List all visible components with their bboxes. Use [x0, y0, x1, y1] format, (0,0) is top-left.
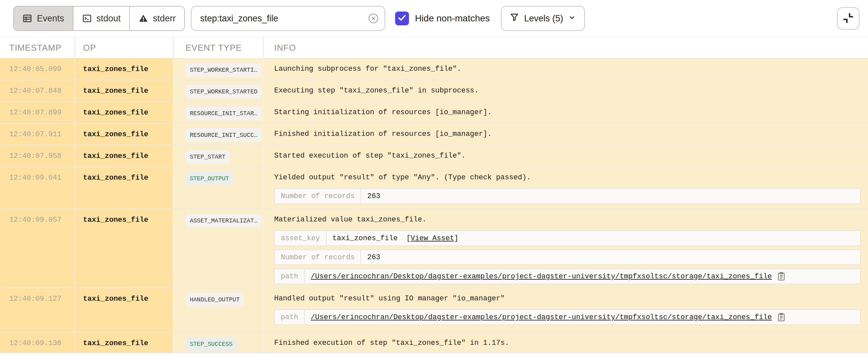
timestamp: 12:40:09.136	[9, 338, 74, 349]
collapse-icon	[842, 11, 855, 26]
op-name[interactable]: taxi_zones_file	[83, 85, 173, 97]
event-type-badge: STEP_SUCCESS	[186, 337, 237, 351]
funnel-icon	[509, 12, 519, 25]
event-type-badge: STEP_OUTPUT	[186, 172, 233, 185]
toolbar: Events stdout	[0, 0, 868, 37]
log-filter-search	[191, 6, 385, 31]
table-row[interactable]: 12:40:09.057 taxi_zones_file ASSET_MATER…	[0, 209, 868, 288]
tab-stdout-label: stdout	[97, 13, 121, 24]
hide-non-matches-label: Hide non-matches	[415, 13, 490, 24]
metadata-label: path	[275, 269, 305, 284]
event-info: Handled output "result" using IO manager…	[274, 293, 861, 304]
table-row[interactable]: 12:40:07.958 taxi_zones_file STEP_START …	[0, 145, 868, 167]
metadata-value: 263	[361, 250, 860, 264]
copy-path-button[interactable]	[776, 272, 786, 281]
header-event-type: EVENT TYPE	[174, 37, 264, 58]
metadata-label: Number of records	[275, 189, 361, 203]
path-link[interactable]: /Users/erincochran/Desktop/dagster-examp…	[311, 313, 772, 321]
metadata-entry-path: path /Users/erincochran/Desktop/dagster-…	[274, 309, 861, 325]
clear-search-button[interactable]	[367, 12, 379, 24]
event-type-badge: ASSET_MATERIALIZAT…	[186, 214, 262, 228]
op-name[interactable]: taxi_zones_file	[83, 129, 173, 140]
table-row[interactable]: 12:40:07.911 taxi_zones_file RESOURCE_IN…	[0, 124, 868, 145]
view-asset-bracket-open: [	[406, 234, 411, 243]
event-info: Finished initialization of resources [io…	[274, 129, 861, 140]
log-view-tabs: Events stdout	[13, 6, 185, 31]
timestamp: 12:40:07.899	[9, 107, 74, 118]
event-info: Materialized value taxi_zones_file.	[274, 215, 861, 225]
header-op: OP	[75, 37, 174, 58]
table-row[interactable]: 12:40:07.899 taxi_zones_file RESOURCE_IN…	[0, 102, 868, 124]
tab-stderr-label: stderr	[153, 13, 176, 24]
op-name[interactable]: taxi_zones_file	[83, 172, 173, 184]
event-info: Finished execution of step "taxi_zones_f…	[274, 338, 861, 349]
event-log-window: Events stdout	[0, 0, 868, 356]
op-name[interactable]: taxi_zones_file	[83, 338, 173, 349]
checkmark-icon	[397, 13, 407, 24]
timestamp: 12:40:09.057	[9, 215, 74, 226]
levels-filter-label: Levels (5)	[524, 13, 563, 24]
event-type-badge: STEP_START	[186, 150, 230, 164]
table-row[interactable]: 12:40:09.136 taxi_zones_file STEP_SUCCES…	[0, 333, 868, 353]
metadata-entry-path: path /Users/erincochran/Desktop/dagster-…	[274, 269, 861, 284]
tab-events-label: Events	[37, 13, 64, 24]
next-row-edge	[0, 353, 868, 356]
metadata-entry-records: Number of records 263	[274, 249, 861, 265]
event-type-badge: RESOURCE_INIT_SUCC…	[186, 128, 262, 142]
op-name[interactable]: taxi_zones_file	[83, 151, 173, 162]
clipboard-icon	[776, 318, 786, 323]
op-name[interactable]: taxi_zones_file	[83, 107, 173, 118]
search-input[interactable]	[191, 6, 385, 31]
table-header-row: TIMESTAMP OP EVENT TYPE INFO	[0, 37, 868, 59]
warning-icon	[138, 13, 148, 23]
path-link[interactable]: /Users/erincochran/Desktop/dagster-examp…	[311, 273, 772, 281]
event-type-badge: HANDLED_OUTPUT	[186, 293, 244, 307]
collapse-panel-button[interactable]	[837, 7, 860, 30]
table-row[interactable]: 12:40:07.848 taxi_zones_file STEP_WORKER…	[0, 80, 868, 102]
hide-non-matches-checkbox[interactable]	[395, 11, 409, 25]
op-name[interactable]: taxi_zones_file	[83, 215, 173, 226]
circle-x-icon	[367, 21, 379, 25]
asset-key-value: taxi_zones_file	[333, 234, 398, 243]
op-name[interactable]: taxi_zones_file	[83, 293, 173, 305]
table-icon	[23, 13, 32, 23]
metadata-label: path	[275, 310, 305, 324]
timestamp: 12:40:07.911	[9, 129, 74, 140]
timestamp: 12:40:07.848	[9, 85, 74, 97]
header-timestamp: TIMESTAMP	[0, 37, 75, 58]
event-type-badge: STEP_WORKER_STARTED	[186, 85, 262, 99]
metadata-entry: Number of records 263	[274, 188, 861, 204]
metadata-entry-asset-key: asset_key taxi_zones_file [View Asset]	[274, 230, 861, 246]
view-asset-bracket-close: ]	[454, 234, 458, 243]
event-info: Started execution of step "taxi_zones_fi…	[274, 151, 861, 161]
event-log-table: TIMESTAMP OP EVENT TYPE INFO 12:40:05.09…	[0, 37, 868, 356]
timestamp: 12:40:09.041	[9, 172, 74, 184]
event-info: Starting initialization of resources [io…	[274, 107, 861, 118]
timestamp: 12:40:05.099	[9, 64, 74, 75]
metadata-label: asset_key	[275, 231, 327, 245]
tab-stderr[interactable]: stderr	[130, 7, 184, 30]
clipboard-icon	[776, 277, 786, 282]
levels-filter-button[interactable]: Levels (5)	[501, 6, 585, 31]
metadata-label: Number of records	[275, 250, 361, 264]
table-row[interactable]: 12:40:09.041 taxi_zones_file STEP_OUTPUT…	[0, 167, 868, 209]
chevron-down-icon	[568, 13, 576, 24]
op-name[interactable]: taxi_zones_file	[83, 64, 173, 75]
event-type-badge: STEP_WORKER_STARTI…	[186, 63, 262, 77]
table-row[interactable]: 12:40:05.099 taxi_zones_file STEP_WORKER…	[0, 59, 868, 80]
metadata-value: 263	[361, 189, 860, 203]
copy-path-button[interactable]	[776, 312, 786, 322]
timestamp: 12:40:07.958	[9, 151, 74, 162]
event-type-badge: RESOURCE_INIT_STAR…	[186, 107, 262, 120]
view-asset-link[interactable]: View Asset	[411, 234, 454, 243]
event-info: Yielded output "result" of type "Any". (…	[274, 172, 861, 183]
header-info: INFO	[264, 37, 868, 58]
table-row[interactable]: 12:40:09.127 taxi_zones_file HANDLED_OUT…	[0, 288, 868, 333]
terminal-icon	[82, 13, 92, 23]
tab-events[interactable]: Events	[14, 7, 73, 30]
tab-stdout[interactable]: stdout	[73, 7, 130, 30]
hide-non-matches-control: Hide non-matches	[395, 11, 490, 25]
timestamp: 12:40:09.127	[9, 293, 74, 305]
event-info: Launching subprocess for "taxi_zones_fil…	[274, 64, 861, 74]
event-info: Executing step "taxi_zones_file" in subp…	[274, 85, 861, 96]
